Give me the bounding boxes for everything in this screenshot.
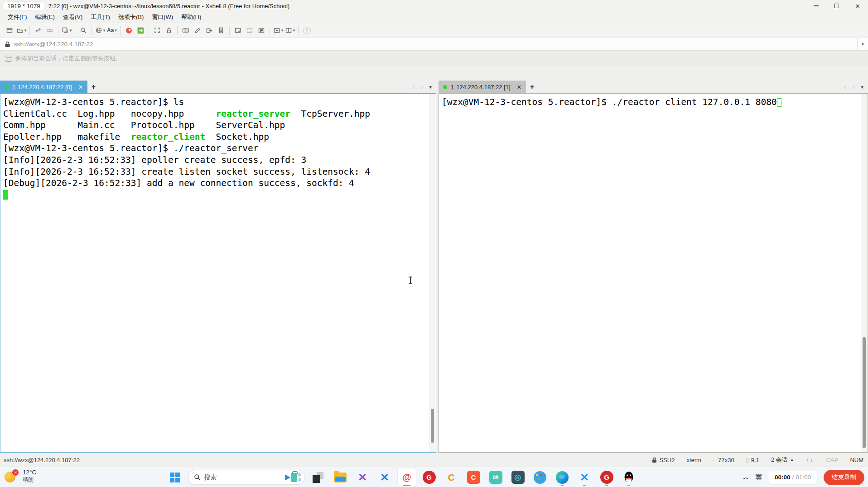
weather-widget[interactable]: 3 12°C 晴朗 [5,469,36,483]
status-sessions[interactable]: 2 会话▲ [771,456,794,464]
paint-app-button[interactable] [531,468,549,487]
address-bar[interactable]: ssh://wzx@124.220.4.187:22 ▾ [0,38,868,51]
disconnect-button[interactable] [32,24,44,36]
fullscreen-icon [154,27,161,34]
menu-file[interactable]: 文件(F) [4,12,31,23]
visual-studio-button[interactable]: ✕ [353,468,371,487]
status-cursor-pos: ▯9,1 [746,457,759,463]
menu-edit[interactable]: 编辑(E) [31,12,59,23]
red-g-app-2-button[interactable]: G [598,468,616,487]
right-new-tab-button[interactable]: + [526,81,538,93]
cursor-pos-icon: ▯ [746,457,749,463]
find-button[interactable] [77,24,89,36]
tab-scroll-left-icon[interactable]: ‹ [412,83,415,91]
left-terminal-scrollbar[interactable] [429,94,436,452]
close-icon: × [855,2,860,10]
tab-close-icon[interactable]: ✕ [78,84,83,91]
scrollbar-thumb[interactable] [431,409,434,443]
csdn-icon: C [467,471,480,484]
upload-button[interactable] [232,24,244,36]
menu-help[interactable]: 帮助(H) [177,12,205,23]
tab-close-icon[interactable]: ✕ [517,84,522,91]
right-terminal-scrollbar[interactable] [861,94,868,452]
visual-studio-icon: ✕ [358,472,367,483]
clion-button[interactable]: C [442,468,460,487]
menu-view[interactable]: 查看(V) [59,12,87,23]
tab-label: 124.220.4.187:22 [1] [456,84,510,91]
edge-button[interactable] [553,468,571,487]
right-pane: 1 124.220.4.187:22 [1] ✕ + ‹ › ▾ [wzx@VM… [439,66,868,453]
layout-button[interactable]: ▾ [284,24,296,36]
file-transfer-button[interactable] [135,24,146,36]
new-session-icon [6,27,13,34]
close-button[interactable]: × [847,0,868,12]
encoding-button[interactable]: ▾ [94,24,106,36]
duplicate-icon [62,27,69,34]
app-blue-button[interactable]: ✕ [376,468,394,487]
session-log-button[interactable] [256,24,267,36]
logging-button[interactable] [180,24,192,36]
recording-elapsed: 00:00 [775,474,791,481]
tab-scroll-right-icon[interactable]: › [421,83,423,91]
qq-button[interactable] [620,468,638,487]
duplicate-session-button[interactable]: ▾ [61,24,72,36]
open-session-button[interactable]: ▾ [15,24,27,36]
new-tab-button[interactable]: ▾ [272,24,284,36]
tab-list-dropdown-icon[interactable]: ▾ [861,84,863,90]
stop-recording-button[interactable]: 结束录制 [824,470,864,485]
fullscreen-button[interactable] [151,24,163,36]
status-num-lock: NUM [850,457,863,463]
search-daily-image[interactable]: ❄❄ [285,473,302,482]
new-session-button[interactable] [4,24,15,36]
address-url[interactable]: ssh://wzx@124.220.4.187:22 [14,41,857,48]
xagent-button[interactable] [123,24,135,36]
taskbar: 3 12°C 晴朗 搜索 ❄❄ ✕ ✕ [0,467,868,487]
right-tab[interactable]: 1 124.220.4.187:22 [1] ✕ [439,81,526,93]
tab-scroll-left-icon[interactable]: ‹ [844,83,846,91]
compose-button[interactable] [192,24,203,36]
weather-condition: 晴朗 [23,477,36,483]
minimize-button[interactable] [805,0,826,12]
bit-app-button[interactable]: bit [487,468,505,487]
help-button[interactable]: ? [301,24,313,36]
scrollbar-thumb[interactable] [863,337,866,448]
tray-chevron-up-icon[interactable]: ︿ [743,473,749,482]
title-bar: 1919 * 1079 7:22 [0] - wzx@VM-12-3-cento… [0,0,868,12]
right-terminal[interactable]: [wzx@VM-12-3-centos 5.reactor]$ ./reacto… [439,93,868,453]
capture-app-icon: ◎ [511,471,525,484]
info-bar-text: 要添加当前会话，点击左侧的箭头按钮。 [15,54,121,62]
maximize-icon [834,4,839,8]
vscode-button[interactable]: ✕ [575,468,593,487]
file-explorer-button[interactable] [331,468,349,487]
red-g-app-button[interactable]: G [420,468,438,487]
left-tab[interactable]: 1 124.220.4.187:22 [0] ✕ [0,81,87,93]
play-shape-icon [285,474,290,481]
maximize-button[interactable] [826,0,847,12]
left-terminal[interactable]: [wzx@VM-12-3-centos 5.reactor]$ lsClient… [0,93,436,453]
tab-index: 1 [12,84,15,91]
task-view-button[interactable] [309,468,327,487]
tab-scroll-right-icon[interactable]: › [853,83,855,91]
search-box[interactable]: 搜索 ❄❄ [188,470,305,485]
xshell-button[interactable]: @ [398,468,416,487]
menu-tabs[interactable]: 选项卡(B) [114,12,148,23]
font-button[interactable]: Aa ▾ [106,24,118,36]
reconnect-button[interactable] [44,24,56,36]
tab-list-dropdown-icon[interactable]: ▾ [429,84,432,90]
capture-app-button[interactable]: ◎ [509,468,527,487]
recording-total: 01:00 [796,474,811,481]
send-text-button[interactable] [203,24,215,36]
menu-tools[interactable]: 工具(T) [87,12,114,23]
status-protocol: SSH2 [652,457,675,463]
download-button[interactable] [244,24,256,36]
lock-screen-button[interactable] [163,24,175,36]
red-g-icon: G [600,471,613,484]
address-dropdown-button[interactable]: ▾ [857,38,868,50]
menu-window[interactable]: 窗口(W) [148,12,177,23]
script-button[interactable] [215,24,227,36]
ime-indicator[interactable]: 寞 [755,473,762,482]
chevron-down-icon: ▾ [103,28,106,33]
left-new-tab-button[interactable]: + [87,81,99,93]
csdn-button[interactable]: C [464,468,482,487]
start-button[interactable] [166,468,184,487]
